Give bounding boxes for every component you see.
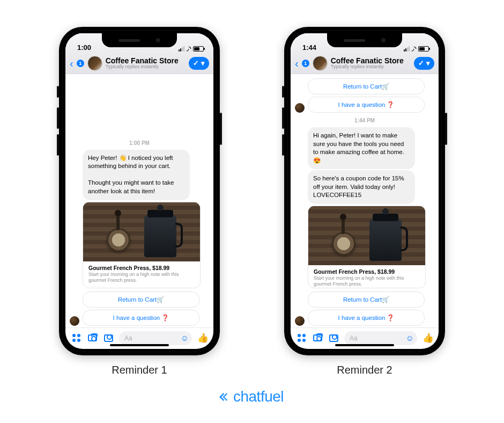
home-indicator[interactable]: [335, 344, 394, 346]
question-mark-icon: ❓: [385, 315, 394, 321]
sender-avatar: [295, 103, 305, 113]
mute-switch[interactable]: [57, 86, 59, 98]
question-mark-icon: ❓: [160, 315, 169, 321]
message-row: Hey Peter! 👋 I noticed you left somethin…: [70, 150, 209, 200]
camera-icon[interactable]: [312, 334, 323, 341]
volume-down-button[interactable]: [282, 134, 284, 156]
product-card[interactable]: Gourmet French Press, $18.99 Start your …: [83, 202, 201, 289]
store-avatar[interactable]: [87, 56, 102, 71]
status-clock: 1:00: [77, 43, 91, 52]
chat-header: ‹ 1 Coffee Fanatic Store Typically repli…: [65, 53, 213, 74]
camera-icon[interactable]: [87, 334, 98, 341]
return-to-cart-button[interactable]: Return to Cart🛒: [308, 291, 425, 308]
wifi-icon: ◞◝: [412, 46, 416, 52]
cellular-icon: [179, 46, 184, 52]
message-input[interactable]: Aa ☺: [119, 331, 192, 345]
sender-avatar: [70, 316, 79, 326]
product-image: [83, 202, 200, 261]
caption-reminder-1: Reminder 1: [59, 364, 220, 376]
return-to-cart-button[interactable]: Return to Cart🛒: [83, 291, 199, 308]
chat-subtitle: Typically replies instantly: [106, 64, 186, 69]
message-bubble: Hi again, Peter! I want to make sure you…: [308, 127, 415, 169]
thumbs-up-icon[interactable]: 👍: [423, 332, 433, 344]
back-icon[interactable]: ‹: [70, 58, 73, 69]
message-row: So here's a coupon code for 15% off your…: [295, 170, 434, 204]
question-button[interactable]: I have a question ❓: [308, 310, 425, 326]
chatfuel-icon: [220, 391, 231, 402]
product-desc: Start your morning on a high note with t…: [314, 275, 420, 288]
product-card[interactable]: Gourmet French Press, $18.99 Start your …: [308, 206, 426, 288]
store-avatar[interactable]: [313, 56, 328, 71]
phone-notch: [327, 33, 402, 47]
manage-action-button[interactable]: ✓ ▾: [414, 57, 434, 70]
chat-title[interactable]: Coffee Fanatic Store: [106, 57, 186, 64]
apps-icon[interactable]: [71, 334, 81, 342]
message-input[interactable]: Aa ☺: [344, 331, 417, 345]
power-button[interactable]: [220, 113, 222, 145]
chat-header: ‹ 1 Coffee Fanatic Store Typically repli…: [291, 53, 439, 74]
message-bubble: Hey Peter! 👋 I noticed you left somethin…: [83, 150, 190, 200]
chat-title[interactable]: Coffee Fanatic Store: [331, 57, 411, 64]
question-button[interactable]: I have a question ❓: [308, 97, 425, 113]
gallery-icon[interactable]: [328, 334, 339, 342]
emoji-icon[interactable]: ☺: [406, 333, 414, 342]
caption-reminder-2: Reminder 2: [284, 364, 445, 376]
chat-timestamp: 1:44 PM: [295, 118, 434, 123]
wifi-icon: ◞◝: [187, 46, 191, 52]
apps-icon[interactable]: [296, 334, 307, 342]
product-image: [308, 206, 425, 265]
unread-badge: 1: [302, 60, 309, 67]
message-row: Hi again, Peter! I want to make sure you…: [295, 127, 434, 169]
chat-subtitle: Typically replies instantly: [331, 64, 411, 69]
product-title: Gourmet French Press, $18.99: [314, 268, 420, 275]
chat-timestamp: 1:00 PM: [70, 140, 209, 146]
manage-action-button[interactable]: ✓ ▾: [189, 57, 209, 70]
battery-icon: [418, 46, 429, 52]
input-placeholder: Aa: [350, 334, 358, 342]
volume-up-button[interactable]: [282, 107, 284, 129]
message-bubble: So here's a coupon code for 15% off your…: [308, 170, 415, 204]
input-placeholder: Aa: [124, 334, 132, 342]
thumbs-up-icon[interactable]: 👍: [197, 332, 208, 344]
unread-badge: 1: [77, 60, 84, 67]
phone-notch: [102, 33, 177, 47]
gallery-icon[interactable]: [103, 334, 114, 342]
chat-messages[interactable]: 1:00 PM Hey Peter! 👋 I noticed you left …: [65, 74, 213, 327]
battery-icon: [193, 46, 204, 52]
volume-down-button[interactable]: [57, 134, 59, 156]
mute-switch[interactable]: [282, 86, 284, 98]
question-mark-icon: ❓: [385, 101, 394, 108]
cellular-icon: [404, 46, 410, 52]
product-desc: Start your morning on a high note with t…: [88, 272, 195, 284]
phone-reminder-2: 1:44 ◞◝ ‹ 1 Coffee Fanatic Store Typical…: [284, 27, 445, 355]
home-indicator[interactable]: [110, 344, 169, 346]
return-to-cart-button[interactable]: Return to Cart🛒: [308, 78, 425, 94]
product-title: Gourmet French Press, $18.99: [88, 265, 195, 271]
chatfuel-logo: chatfuel: [220, 388, 284, 405]
volume-up-button[interactable]: [57, 107, 59, 129]
status-clock: 1:44: [302, 43, 316, 52]
emoji-icon[interactable]: ☺: [181, 333, 189, 342]
phone-reminder-1: 1:00 ◞◝ ‹ 1 Coffee Fanatic Store Typical…: [59, 27, 220, 355]
back-icon[interactable]: ‹: [295, 58, 299, 69]
power-button[interactable]: [445, 113, 447, 145]
question-button[interactable]: I have a question ❓: [83, 310, 199, 326]
chat-messages[interactable]: Return to Cart🛒 I have a question ❓ 1:44…: [291, 74, 439, 327]
sender-avatar: [295, 316, 305, 326]
